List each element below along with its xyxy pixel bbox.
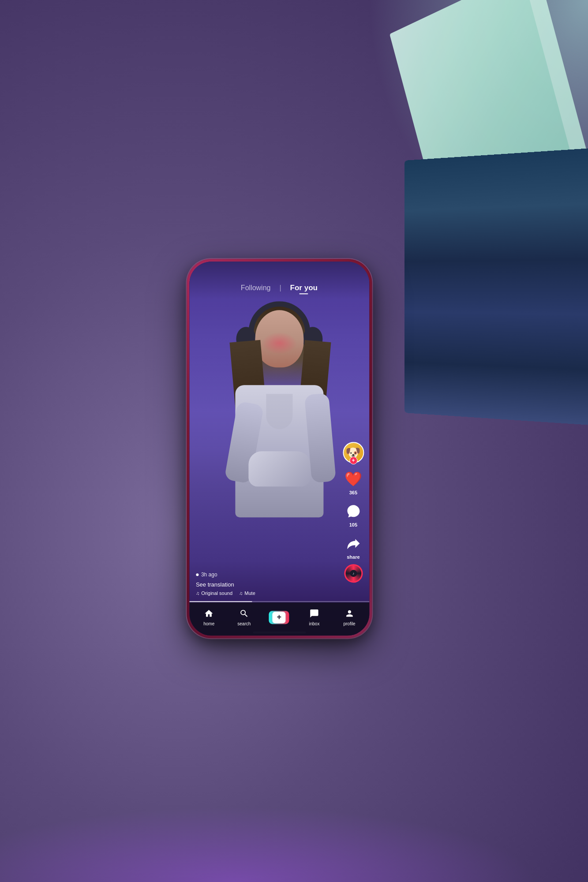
- likes-count: 365: [349, 490, 357, 495]
- mute-label: Mute: [244, 590, 255, 596]
- action-sidebar: 🐶 + ❤️ 365: [343, 442, 364, 583]
- home-icon: [204, 609, 214, 620]
- comment-button[interactable]: 105: [344, 501, 363, 527]
- time-ago: 3h ago: [201, 572, 217, 578]
- inbox-icon: [309, 609, 319, 620]
- creator-avatar[interactable]: 🐶 +: [343, 442, 364, 463]
- inbox-label: inbox: [309, 621, 320, 626]
- phone: Following | For you 🐶 + ❤️ 365: [187, 259, 372, 638]
- time-indicator: 3h ago: [196, 572, 338, 578]
- book-stack: [404, 148, 588, 426]
- music-note-icon: ♪: [350, 570, 357, 577]
- search-icon: [239, 609, 249, 620]
- heart-icon: ❤️: [344, 469, 363, 489]
- share-label: share: [347, 554, 360, 560]
- progress-fill: [189, 601, 252, 602]
- home-label: home: [203, 621, 214, 626]
- phone-wrapper: Following | For you 🐶 + ❤️ 365: [187, 259, 372, 638]
- for-you-tab[interactable]: For you: [290, 284, 318, 292]
- music-note-icon-2: ♫: [239, 590, 243, 596]
- top-navigation: Following | For you: [189, 262, 369, 299]
- comment-icon: [344, 501, 363, 521]
- video-subject: [217, 288, 341, 570]
- nav-profile[interactable]: profile: [332, 609, 367, 626]
- share-button[interactable]: share: [344, 534, 363, 560]
- mute-button[interactable]: ♫ Mute: [239, 590, 255, 596]
- dot-icon: [196, 573, 198, 576]
- search-label: search: [237, 621, 251, 626]
- plus-icon: +: [277, 613, 282, 622]
- music-disc[interactable]: ♪: [344, 564, 363, 583]
- nav-create[interactable]: +: [262, 611, 297, 624]
- game-controller: [248, 451, 310, 486]
- like-button[interactable]: ❤️ 365: [344, 469, 363, 495]
- tiktok-screen: Following | For you 🐶 + ❤️ 365: [189, 262, 369, 635]
- video-progress-bar[interactable]: [189, 601, 369, 602]
- phone-screen: Following | For you 🐶 + ❤️ 365: [189, 262, 369, 635]
- see-translation-button[interactable]: See translation: [196, 581, 338, 588]
- profile-icon: [345, 609, 354, 620]
- following-tab[interactable]: Following: [241, 284, 271, 292]
- nav-divider: |: [279, 284, 281, 292]
- video-info: 3h ago See translation ♫ Original sound …: [196, 572, 338, 596]
- sound-row: ♫ Original sound ♫ Mute: [196, 590, 338, 596]
- music-note-icon: ♫: [196, 590, 199, 596]
- face-glow: [262, 332, 297, 354]
- bg-light-bottom: [0, 794, 588, 882]
- create-button[interactable]: +: [269, 611, 289, 624]
- original-sound-button[interactable]: ♫ Original sound: [196, 590, 232, 596]
- nav-home[interactable]: home: [191, 609, 227, 626]
- profile-label: profile: [343, 621, 355, 626]
- follow-button[interactable]: +: [349, 456, 357, 464]
- original-sound-label: Original sound: [201, 590, 232, 596]
- nav-inbox[interactable]: inbox: [297, 609, 332, 626]
- share-icon: [344, 534, 363, 553]
- hoodie-detail: [266, 394, 292, 429]
- comments-count: 105: [349, 522, 357, 527]
- bottom-navigation: home search +: [189, 602, 369, 635]
- nav-search[interactable]: search: [226, 609, 262, 626]
